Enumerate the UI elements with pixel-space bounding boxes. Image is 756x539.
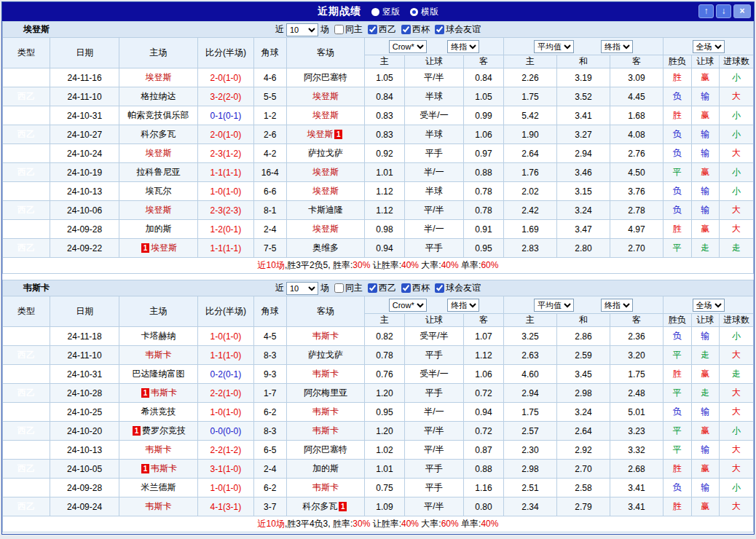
checkbox-input[interactable]	[401, 283, 411, 293]
layout-radio-horizontal[interactable]: 横版	[410, 6, 438, 18]
away-team[interactable]: 阿尔巴塞特	[304, 444, 347, 455]
match-date: 24-10-06	[50, 201, 119, 220]
bookmaker-select[interactable]: Crow*	[389, 40, 427, 53]
away-team[interactable]: 韦斯卡	[312, 425, 339, 436]
score[interactable]: 1-0(1-0)	[210, 331, 242, 342]
score[interactable]: 2-2(1-0)	[210, 388, 242, 398]
score[interactable]: 2-0(1-0)	[210, 73, 242, 83]
away-team[interactable]: 埃登斯	[312, 110, 339, 120]
close-button[interactable]: ×	[733, 4, 751, 18]
checkbox-input[interactable]	[435, 25, 444, 34]
bookmaker-select[interactable]: Crow*	[389, 299, 427, 312]
away-team[interactable]: 埃登斯	[307, 129, 333, 139]
away-team[interactable]: 阿尔梅里亚	[304, 387, 347, 398]
away-team[interactable]: 阿尔巴塞特	[304, 72, 347, 82]
away-team[interactable]: 萨拉戈萨	[308, 148, 343, 158]
match-date: 24-10-13	[50, 182, 119, 201]
home-team[interactable]: 格拉纳达	[141, 91, 176, 101]
filter-checkbox-西杯[interactable]: 西杯	[398, 23, 430, 36]
filter-checkbox-同主[interactable]: 同主	[331, 282, 363, 294]
avg-stage-select[interactable]: 终指	[601, 40, 633, 53]
home-team[interactable]: 希洪竞技	[141, 406, 176, 417]
filter-checkbox-西杯[interactable]: 西杯	[398, 282, 430, 294]
odds-away: 0.72	[464, 422, 504, 441]
handicap-line: 半球	[404, 182, 463, 201]
layout-radio-vertical[interactable]: 竖版	[371, 6, 400, 18]
score[interactable]: 2-3(2-3)	[210, 205, 242, 216]
score[interactable]: 3-2(2-0)	[210, 92, 242, 102]
avg-stage-select[interactable]: 终指	[601, 299, 633, 312]
filter-checkbox-同主[interactable]: 同主	[331, 23, 363, 36]
home-team[interactable]: 埃登斯	[151, 243, 177, 253]
away-team[interactable]: 奥维多	[312, 243, 339, 253]
away-team[interactable]: 埃登斯	[312, 186, 339, 196]
score[interactable]: 1-1(1-1)	[210, 243, 242, 253]
home-team[interactable]: 米兰德斯	[141, 482, 176, 492]
move-down-button[interactable]: ↓	[716, 4, 731, 18]
fulltime-scope-select[interactable]: 全场	[693, 299, 725, 312]
home-team[interactable]: 帕索竞技俱乐部	[128, 110, 189, 120]
move-up-button[interactable]: ↑	[698, 4, 714, 18]
home-team[interactable]: 埃登斯	[146, 205, 172, 215]
home-team[interactable]: 埃瓦尔	[146, 186, 172, 196]
score[interactable]: 1-1(1-1)	[210, 168, 242, 178]
score[interactable]: 1-2(0-1)	[210, 224, 242, 235]
recent-count-select[interactable]: 10	[286, 282, 318, 295]
fulltime-scope-select[interactable]: 全场	[693, 40, 725, 53]
away-team[interactable]: 韦斯卡	[312, 369, 339, 379]
checkbox-input[interactable]	[368, 25, 377, 34]
checkbox-input[interactable]	[435, 283, 444, 293]
home-team[interactable]: 巴达隆纳富图	[133, 369, 185, 379]
odds-stage-select[interactable]: 终指	[447, 299, 479, 312]
home-team[interactable]: 拉科鲁尼亚	[137, 167, 181, 177]
average-select[interactable]: 平均值	[534, 299, 574, 312]
home-team[interactable]: 韦斯卡	[151, 387, 177, 398]
home-team[interactable]: 埃登斯	[146, 72, 172, 82]
checkbox-input[interactable]	[368, 283, 377, 293]
team-section: 韦斯卡近10场同主西乙西杯球会友谊类型日期主场比分(半场)角球客场Crow*终指…	[2, 280, 754, 532]
filter-checkbox-西乙[interactable]: 西乙	[365, 23, 396, 36]
score[interactable]: 1-0(1-0)	[210, 483, 242, 493]
home-team[interactable]: 卡塔赫纳	[141, 331, 176, 341]
odds-stage-select[interactable]: 终指	[447, 40, 479, 53]
checkbox-input[interactable]	[334, 25, 344, 34]
away-team[interactable]: 卡斯迪隆	[308, 205, 343, 215]
filter-checkbox-西乙[interactable]: 西乙	[365, 282, 396, 294]
home-team[interactable]: 韦斯卡	[146, 444, 172, 455]
score[interactable]: 2-2(1-2)	[210, 445, 242, 455]
home-team[interactable]: 科尔多瓦	[141, 129, 176, 139]
filter-checkbox-球会友谊[interactable]: 球会友谊	[432, 23, 481, 36]
score[interactable]: 0-1(0-1)	[210, 111, 242, 121]
filter-checkbox-球会友谊[interactable]: 球会友谊	[432, 282, 481, 294]
score[interactable]: 1-0(1-0)	[210, 407, 242, 417]
score[interactable]: 1-0(1-0)	[210, 186, 242, 197]
away-team[interactable]: 埃登斯	[312, 91, 339, 101]
away-team[interactable]: 加的斯	[312, 463, 339, 473]
average-select[interactable]: 平均值	[534, 40, 574, 53]
home-team[interactable]: 韦斯卡	[146, 501, 172, 511]
away-team[interactable]: 韦斯卡	[312, 482, 339, 492]
away-team[interactable]: 韦斯卡	[312, 331, 339, 341]
away-team[interactable]: 埃登斯	[312, 224, 339, 234]
away-team[interactable]: 科尔多瓦	[302, 501, 337, 511]
header-group: 平均值终指	[503, 296, 663, 314]
score[interactable]: 0-0(0-0)	[210, 426, 242, 436]
score[interactable]: 2-0(1-0)	[210, 130, 242, 140]
checkbox-input[interactable]	[401, 25, 411, 34]
score[interactable]: 2-3(1-2)	[210, 149, 242, 159]
away-team[interactable]: 韦斯卡	[312, 406, 339, 417]
away-team[interactable]: 埃登斯	[312, 167, 339, 177]
score[interactable]: 3-1(1-0)	[210, 464, 242, 474]
home-team[interactable]: 费罗尔竞技	[142, 425, 186, 436]
home-team[interactable]: 埃登斯	[146, 148, 172, 158]
home-team[interactable]: 韦斯卡	[146, 350, 172, 360]
recent-count-select[interactable]: 10	[286, 23, 318, 36]
odds-home: 1.02	[365, 441, 405, 460]
score[interactable]: 0-2(0-1)	[210, 369, 242, 379]
home-team[interactable]: 加的斯	[146, 224, 172, 234]
home-team[interactable]: 韦斯卡	[151, 463, 177, 473]
checkbox-input[interactable]	[334, 283, 344, 293]
score[interactable]: 4-1(3-1)	[210, 502, 242, 512]
away-team[interactable]: 萨拉戈萨	[308, 350, 343, 360]
score[interactable]: 1-1(1-0)	[210, 350, 242, 361]
